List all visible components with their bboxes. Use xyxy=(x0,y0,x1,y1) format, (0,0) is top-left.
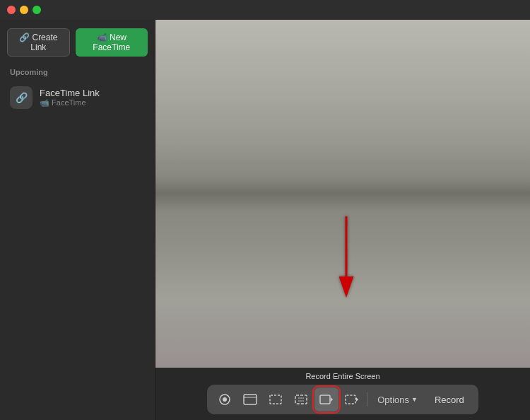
facetime-link-title: FaceTime Link xyxy=(40,88,100,98)
sidebar-buttons: 🔗 Create Link 📹 New FaceTime xyxy=(7,28,148,57)
svg-rect-10 xyxy=(320,395,330,404)
facetime-link-icon: 🔗 xyxy=(10,86,33,109)
minimize-button[interactable] xyxy=(20,6,28,14)
sidebar: 🔗 Create Link 📹 New FaceTime Upcoming 🔗 … xyxy=(0,20,155,420)
svg-marker-13 xyxy=(356,397,358,402)
new-facetime-button[interactable]: 📹 New FaceTime xyxy=(76,28,148,57)
facetime-link-item[interactable]: 🔗 FaceTime Link 📹 FaceTime xyxy=(7,82,148,113)
svg-rect-12 xyxy=(346,395,355,404)
capture-portion-button[interactable] xyxy=(264,387,288,412)
bottom-bar: Record Entire Screen xyxy=(155,368,530,420)
svg-point-3 xyxy=(223,397,227,402)
record-button[interactable]: Record xyxy=(426,390,473,409)
maximize-button[interactable] xyxy=(33,6,41,14)
traffic-lights xyxy=(7,6,41,14)
tooltip-label: Record Entire Screen xyxy=(305,372,379,380)
options-label: Options xyxy=(377,395,409,405)
toolbar-separator xyxy=(367,392,367,407)
capture-window-button[interactable] xyxy=(238,387,262,412)
svg-marker-11 xyxy=(331,397,333,402)
svg-rect-7 xyxy=(295,395,307,404)
background-scene xyxy=(155,20,530,368)
facetime-link-text: FaceTime Link 📹 FaceTime xyxy=(40,88,100,107)
title-bar xyxy=(0,0,530,20)
bg-gradient xyxy=(155,20,530,368)
content-area: Record Entire Screen xyxy=(155,20,530,420)
svg-rect-6 xyxy=(270,395,281,404)
main-layout: 🔗 Create Link 📹 New FaceTime Upcoming 🔗 … xyxy=(0,20,530,420)
capture-dashed-portion-button[interactable] xyxy=(289,387,313,412)
chevron-down-icon: ▼ xyxy=(411,396,418,403)
toolbar-row: Options ▼ Record xyxy=(207,385,478,414)
svg-rect-4 xyxy=(244,395,257,404)
upcoming-section-label: Upcoming xyxy=(7,68,148,76)
options-button[interactable]: Options ▼ xyxy=(370,390,425,409)
create-link-button[interactable]: 🔗 Create Link xyxy=(7,28,70,57)
close-button[interactable] xyxy=(7,6,16,14)
record-portion-button[interactable] xyxy=(340,387,364,412)
facetime-link-subtitle: 📹 FaceTime xyxy=(40,98,100,107)
record-entire-screen-button[interactable] xyxy=(314,387,338,412)
capture-entire-screen-button[interactable] xyxy=(213,387,237,412)
